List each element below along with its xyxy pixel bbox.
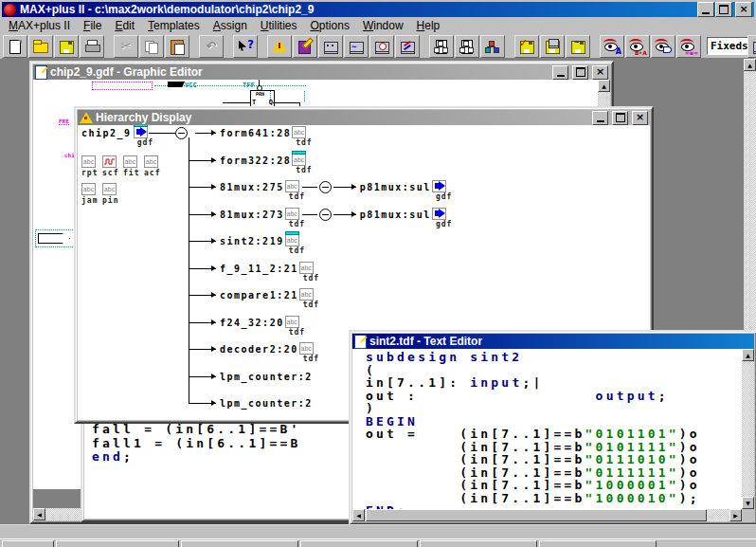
- scroll-right-button[interactable]: ▶: [729, 509, 742, 521]
- menu-item-utilities[interactable]: Utilities: [254, 17, 304, 34]
- menu-item-edit[interactable]: Edit: [108, 17, 141, 34]
- tree-node-81mux-273[interactable]: 81mux:273abctdfp81mux:sulgdf: [189, 208, 447, 222]
- graphic-editor-close-button[interactable]: ×: [592, 65, 608, 80]
- hierarchy-root-icon[interactable]: gdf: [134, 126, 149, 140]
- hierarchy-display-button[interactable]: [480, 35, 505, 58]
- file-type-acf[interactable]: abcacf: [144, 155, 165, 180]
- taskbar-button[interactable]: [181, 540, 298, 547]
- floorplan-editor-button[interactable]: [395, 35, 420, 58]
- tree-node-81mux-275[interactable]: 81mux:275abctdfp81mux:sulgdf: [189, 180, 447, 194]
- open-file-button[interactable]: [28, 35, 53, 58]
- find-gate-button[interactable]: [651, 35, 675, 58]
- tree-node-form641-28[interactable]: form641:28abctdf: [195, 126, 307, 140]
- cut-button[interactable]: ✂: [114, 35, 138, 58]
- graphic-editor-maximize-button[interactable]: [572, 65, 588, 80]
- text-editor-button[interactable]: [293, 35, 317, 58]
- tree-node-f_9_11_2-21[interactable]: f_9_11_2:21abctdf: [189, 262, 315, 276]
- tree-node-f24_32-20[interactable]: f24_32:20abctdf: [189, 316, 300, 330]
- text-editor-horizontal-scrollbar[interactable]: ◀ ▶: [352, 509, 742, 521]
- save-button[interactable]: [54, 35, 79, 58]
- collapse-button[interactable]: [175, 127, 188, 139]
- file-icon-tdf[interactable]: abctdf: [285, 234, 300, 248]
- menu-item-assign[interactable]: Assign: [207, 17, 254, 34]
- context-help-button[interactable]: ?: [233, 35, 258, 58]
- menu-item-help[interactable]: Help: [410, 17, 447, 34]
- file-type-jam[interactable]: abcjam: [81, 183, 102, 208]
- file-icon-tdf[interactable]: abctdf: [292, 126, 307, 140]
- hierarchy-maximize-button[interactable]: [612, 111, 628, 125]
- tree-node-sint2-219[interactable]: sint2:219abctdf: [189, 234, 300, 248]
- menu-item-templates[interactable]: Templates: [141, 17, 207, 34]
- taskbar-button[interactable]: [2, 540, 54, 547]
- taskbar-button[interactable]: [300, 540, 418, 547]
- undo-button[interactable]: ↶: [199, 35, 224, 58]
- close-button[interactable]: ×: [735, 2, 752, 17]
- hierarchy-up-button[interactable]: [455, 35, 479, 58]
- file-icon-tdf[interactable]: abctdf: [285, 316, 300, 330]
- waveform-editor-button[interactable]: ∼: [344, 35, 369, 58]
- hierarchy-root-node[interactable]: chip2_9gdf: [81, 126, 188, 140]
- new-file-button[interactable]: [3, 35, 27, 58]
- paste-button[interactable]: [165, 35, 189, 58]
- scroll-up-button[interactable]: ▲: [598, 80, 610, 92]
- menu-item-options[interactable]: Options: [304, 17, 356, 34]
- tree-node-decoder2-20[interactable]: decoder2:20abctdf: [189, 342, 315, 356]
- file-type-fit[interactable]: abcfit: [123, 155, 144, 180]
- message-processor-button[interactable]: [267, 35, 292, 58]
- scroll-left-button[interactable]: ◀: [33, 508, 45, 520]
- print-button[interactable]: [80, 35, 104, 58]
- file-type-pin[interactable]: abcpin: [102, 183, 123, 208]
- scroll-up-button[interactable]: ▲: [744, 59, 756, 71]
- menu-item-file[interactable]: File: [77, 17, 108, 34]
- graphic-editor-minimize-button[interactable]: [552, 65, 568, 80]
- save-simulate-button[interactable]: ∼: [566, 35, 590, 58]
- copy-button[interactable]: [139, 35, 164, 58]
- find-node-button[interactable]: =▪=: [676, 35, 701, 58]
- replace-text-button[interactable]: B‣A: [625, 35, 650, 58]
- file-icon-tdf[interactable]: abctdf: [299, 342, 315, 356]
- file-icon-tdf[interactable]: abctdf: [285, 180, 300, 194]
- text-editor-titlebar[interactable]: sint2.tdf - Text Editor: [352, 334, 754, 349]
- maximize-button[interactable]: [715, 2, 732, 17]
- scroll-left-button[interactable]: ◀: [352, 509, 365, 521]
- scrollbar-thumb[interactable]: [366, 509, 707, 521]
- hierarchy-titlebar[interactable]: Hierarchy Display ×: [78, 110, 650, 125]
- tree-node-lpm_counter-2[interactable]: lpm_counter:2: [189, 396, 313, 410]
- text-editor-area[interactable]: subdesign sint2 ( in[7..1]: input;| out …: [352, 349, 754, 521]
- taskbar-button[interactable]: [539, 540, 657, 547]
- taskbar-button[interactable]: [420, 540, 537, 547]
- save-check-button[interactable]: ✓: [514, 35, 539, 58]
- menu-item-max-plus-ii[interactable]: MAX+plus II: [2, 17, 77, 34]
- hierarchy-close-button[interactable]: ×: [632, 111, 648, 125]
- file-icon-gdf[interactable]: gdf: [432, 208, 447, 222]
- timing-analyzer-button[interactable]: [369, 35, 394, 58]
- collapse-button[interactable]: [319, 181, 332, 193]
- scrollbar-track[interactable]: [742, 361, 754, 497]
- graphic-editor-titlebar[interactable]: chip2_9.gdf - Graphic Editor ×: [33, 64, 610, 80]
- file-icon-tdf[interactable]: abctdf: [299, 288, 315, 302]
- text-editor-vertical-scrollbar[interactable]: ▲ ▼: [742, 349, 754, 509]
- menu-item-window[interactable]: Window: [356, 17, 410, 34]
- collapse-button[interactable]: [319, 209, 332, 221]
- hierarchy-minimize-button[interactable]: [592, 111, 608, 125]
- file-icon-tdf[interactable]: abctdf: [299, 262, 315, 276]
- simulator-button[interactable]: [318, 35, 343, 58]
- save-compile-button[interactable]: [540, 35, 565, 58]
- find-text-button[interactable]: A: [600, 35, 624, 58]
- background-editor-code[interactable]: fall = (in[6..1]==B' fall1 = (in[6..1]==…: [92, 423, 301, 465]
- file-icon-tdf[interactable]: abctdf: [285, 208, 300, 222]
- file-icon-tdf[interactable]: abctdf: [292, 154, 307, 168]
- tree-node-form322-28[interactable]: form322:28abctdf: [189, 154, 307, 168]
- file-icon-gdf[interactable]: gdf: [432, 180, 447, 194]
- hierarchy-top-button[interactable]: [429, 35, 454, 58]
- file-type-rpt[interactable]: abcrpt: [81, 155, 102, 180]
- programmer-button[interactable]: [747, 35, 756, 58]
- tree-node-lpm_counter-2[interactable]: lpm_counter:2: [189, 370, 313, 384]
- tree-node-compare1-21[interactable]: compare1:21abctdf: [189, 288, 315, 302]
- scroll-down-button[interactable]: ▼: [742, 497, 754, 509]
- minimize-button[interactable]: [697, 2, 714, 17]
- text-editor-code[interactable]: subdesign sint2 ( in[7..1]: input;| out …: [366, 351, 700, 518]
- taskbar-button[interactable]: [56, 540, 179, 547]
- scroll-up-button[interactable]: ▲: [742, 349, 754, 361]
- file-type-scf[interactable]: scf: [102, 155, 123, 180]
